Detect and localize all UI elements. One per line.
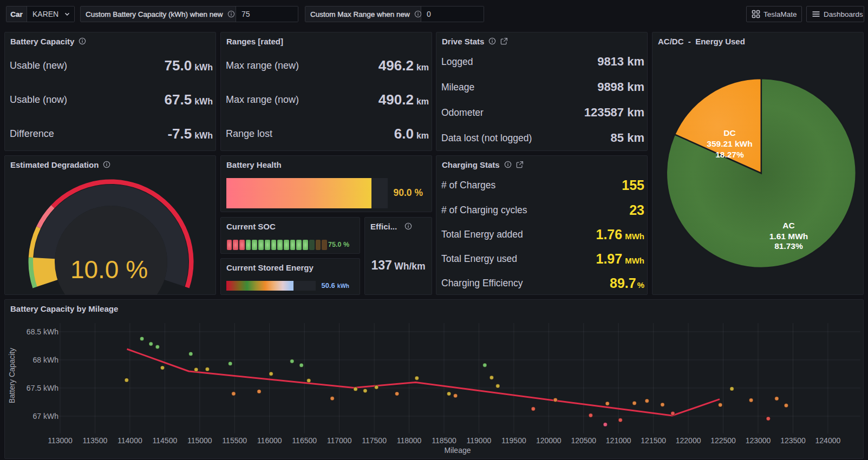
svg-text:116500: 116500 bbox=[292, 436, 317, 445]
svg-text:68.5 kWh: 68.5 kWh bbox=[27, 327, 58, 336]
svg-text:10.0 %: 10.0 % bbox=[70, 255, 148, 284]
svg-text:122000: 122000 bbox=[676, 436, 701, 445]
svg-text:18.27%: 18.27% bbox=[715, 150, 744, 159]
svg-text:67.5 kWh: 67.5 kWh bbox=[27, 384, 58, 392]
svg-text:DC: DC bbox=[723, 128, 735, 137]
svg-text:124000: 124000 bbox=[815, 436, 841, 445]
svg-text:121000: 121000 bbox=[606, 436, 631, 445]
svg-text:115000: 115000 bbox=[187, 436, 212, 445]
svg-text:121500: 121500 bbox=[641, 436, 666, 445]
svg-text:1.61 MWh: 1.61 MWh bbox=[769, 232, 808, 241]
svg-text:114500: 114500 bbox=[153, 436, 178, 445]
svg-text:81.73%: 81.73% bbox=[774, 241, 803, 251]
svg-text:123000: 123000 bbox=[746, 436, 771, 445]
svg-text:114000: 114000 bbox=[118, 436, 142, 445]
svg-text:359.21 kWh: 359.21 kWh bbox=[707, 139, 752, 148]
svg-text:Battery Capacity: Battery Capacity bbox=[8, 348, 16, 404]
svg-text:AC: AC bbox=[782, 221, 794, 230]
svg-text:117000: 117000 bbox=[327, 436, 352, 445]
svg-text:115500: 115500 bbox=[222, 436, 247, 445]
svg-text:113000: 113000 bbox=[48, 436, 73, 445]
svg-text:120000: 120000 bbox=[536, 436, 562, 445]
svg-text:67 kWh: 67 kWh bbox=[33, 412, 58, 420]
svg-text:117500: 117500 bbox=[362, 436, 387, 445]
svg-text:119000: 119000 bbox=[467, 436, 492, 445]
svg-text:68 kWh: 68 kWh bbox=[33, 356, 58, 364]
svg-text:113500: 113500 bbox=[83, 436, 108, 445]
svg-text:118000: 118000 bbox=[397, 436, 422, 445]
svg-text:Mileage: Mileage bbox=[444, 446, 471, 455]
svg-text:120500: 120500 bbox=[571, 436, 596, 445]
svg-text:116000: 116000 bbox=[257, 436, 282, 445]
svg-text:118500: 118500 bbox=[432, 436, 456, 445]
svg-text:122500: 122500 bbox=[710, 436, 736, 445]
svg-text:123500: 123500 bbox=[780, 436, 806, 445]
svg-text:119500: 119500 bbox=[501, 436, 526, 445]
